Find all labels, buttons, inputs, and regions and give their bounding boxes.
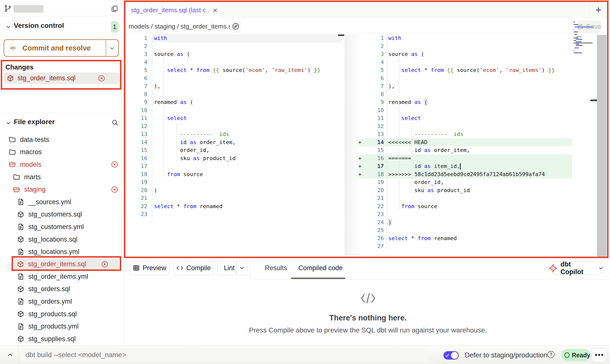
help-icon[interactable]: ? [547,351,555,358]
code-line[interactable]: 11 select [126,114,342,122]
code-line[interactable]: 19 [126,178,342,186]
code-line[interactable]: 15 order_id, [126,146,342,154]
editor-pane-original[interactable]: 1with23source as (45 select * from {{ so… [126,34,342,218]
code-line[interactable]: 14 id as order_item, [126,138,342,147]
file-row[interactable]: stg_order_items.sql [14,259,119,269]
file-row[interactable]: stg_products.yml [0,320,124,333]
editor-pane-conflict[interactable]: 1with23source as (45 select * from {{ so… [355,34,575,250]
file-row[interactable]: models [0,158,124,171]
code-line[interactable]: 8 [126,90,342,99]
code-line[interactable]: +16======= [355,154,575,163]
code-line[interactable]: 10 [126,106,342,115]
chevron-down-icon[interactable] [5,24,12,30]
file-row[interactable]: macros [0,146,124,159]
file-row[interactable]: data-tests [0,133,124,146]
tab-stg-order-items[interactable]: stg_order_items.sql (last c... [126,2,222,18]
code-line[interactable]: 23 [126,210,342,218]
code-line[interactable]: 20 sku as product_id [355,186,575,195]
code-line[interactable]: 22 from source [355,202,575,211]
compile-button[interactable]: Compile [173,261,214,275]
code-line[interactable]: 10 [355,106,575,115]
code-line[interactable]: 13 ---------- ids [355,130,575,138]
code-line[interactable]: 24) [355,218,575,227]
minimap[interactable] [574,22,596,59]
commit-dropdown-chevron-icon[interactable] [109,45,116,52]
file-row[interactable]: stg_customers.sql [0,208,124,221]
code-line[interactable]: 7), [126,82,342,90]
code-line[interactable]: 17 [126,162,342,170]
code-line[interactable]: 23 [355,210,575,218]
file-row[interactable]: stg_orders.sql [0,283,124,296]
collapse-chevron-up-icon[interactable] [6,351,14,359]
changes-file-item[interactable]: stg_order_items.sql [4,72,119,84]
more-options-button[interactable]: ••• [592,348,607,362]
file-row[interactable]: stg_customers.yml [0,221,124,233]
file-row[interactable]: staging [0,183,124,196]
code-line[interactable]: 12 [355,122,575,131]
file-row[interactable]: __sources.yml [0,196,124,208]
discard-changes-icon[interactable] [101,261,108,268]
new-tab-button[interactable]: + [593,4,604,15]
file-row[interactable]: stg_order_items.yml [0,270,124,283]
file-row[interactable]: stg_supplies.sql [0,333,124,345]
defer-toggle[interactable] [443,351,459,360]
code-line[interactable]: 19 order_id, [355,178,575,186]
code-line[interactable]: 6 [126,74,342,83]
code-line[interactable]: 4 [126,58,342,66]
code-line[interactable]: 1with [126,34,342,42]
code-line[interactable]: 13 ---------- ids [126,130,342,138]
search-icon[interactable] [111,119,119,126]
code-line[interactable]: 5 select * from {{ source('ecom', 'raw_i… [126,66,342,74]
code-line[interactable]: 6 [355,74,575,83]
code-line[interactable]: 15 id as order_item, [355,146,575,154]
dbt-copilot-button[interactable]: dbt Copilot [548,261,604,275]
lint-dropdown-chevron-icon[interactable] [239,265,245,271]
preview-button[interactable]: Preview [130,261,169,275]
tab-compiled-code[interactable]: Compiled code [298,258,343,278]
copy-icon[interactable] [111,5,118,12]
code-line[interactable]: 7), [355,82,575,90]
code-line[interactable]: 26select * from renamed [355,234,575,243]
chevron-down-icon[interactable] [5,120,12,126]
discard-changes-icon[interactable] [111,161,118,168]
code-line[interactable]: 22select * from renamed [126,202,342,211]
code-line[interactable]: 4 [355,58,575,66]
code-line[interactable]: 20) [126,186,342,195]
code-line[interactable]: 11 select [355,114,575,122]
discard-changes-icon[interactable] [98,75,105,82]
code-line[interactable]: +14<<<<<<< HEAD [355,138,575,147]
command-input[interactable] [21,348,430,362]
code-line[interactable]: 21 [355,194,575,202]
code-line[interactable]: 8 [355,90,575,99]
code-line[interactable]: 12 [126,122,342,131]
code-line[interactable]: 21 [126,194,342,202]
code-line[interactable]: 27 [355,242,575,250]
code-line[interactable]: +18>>>>>>> 58c1dd23d5eebd9cd2495fa7124ab… [355,170,575,179]
code-line[interactable]: 3source as ( [126,50,342,58]
close-icon[interactable] [212,7,218,13]
code-line[interactable]: 16 sku as product_id [126,154,342,163]
code-line[interactable]: 9renamed as ( [355,98,575,106]
lint-button[interactable]: Lint [218,261,248,275]
code-line[interactable]: +17 id as item_id, [355,162,575,170]
tab-results[interactable]: Results [265,258,287,278]
minimap-handle[interactable] [590,99,597,101]
code-line[interactable]: 2 [126,42,342,50]
code-line[interactable]: 2 [355,42,575,50]
file-row[interactable]: marts [0,171,124,183]
file-row[interactable]: stg_locations.yml [0,246,124,258]
commit-and-resolve-button[interactable]: Commit and resolve [4,39,119,57]
git-branch-icon[interactable] [4,4,12,12]
code-line[interactable]: 18 from source [126,170,342,179]
scrollbar-thumb[interactable] [338,34,344,36]
lineage-compass-icon[interactable] [230,21,241,32]
file-row[interactable]: stg_products.sql [0,308,124,320]
scrollbar-track[interactable] [597,35,607,257]
code-line[interactable]: 1with [355,34,575,42]
file-row[interactable]: stg_locations.sql [0,233,124,246]
code-line[interactable]: 5 select * from {{ source('ecom', 'raw_i… [355,66,575,74]
file-row[interactable]: stg_orders.yml [0,295,124,308]
code-line[interactable]: 3source as ( [355,50,575,58]
discard-changes-icon[interactable] [111,186,118,193]
code-line[interactable]: 9renamed as ( [126,98,342,106]
